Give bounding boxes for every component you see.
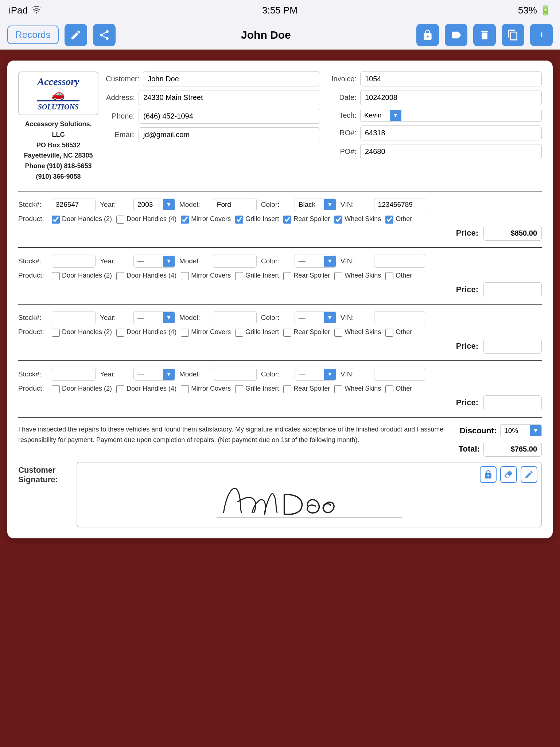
model-input-4[interactable]	[213, 368, 257, 381]
product-grille-2[interactable]: Grille Insert	[235, 271, 279, 280]
product-door2-checkbox-4[interactable]	[52, 385, 60, 393]
vin-input-4[interactable]	[374, 368, 425, 381]
product-door4-checkbox-2[interactable]	[116, 272, 124, 280]
year-arrow-icon-1[interactable]: ▼	[163, 199, 175, 210]
lock-button[interactable]	[416, 24, 439, 46]
discount-arrow-icon[interactable]: ▼	[530, 425, 541, 436]
product-door4-1[interactable]: Door Handles (4)	[116, 215, 176, 224]
product-mirror-1[interactable]: Mirror Covers	[181, 215, 231, 224]
product-door4-3[interactable]: Door Handles (4)	[116, 328, 176, 337]
product-wheel-checkbox-1[interactable]	[334, 216, 342, 224]
product-grille-1[interactable]: Grille Insert	[235, 215, 279, 224]
stock-input-1[interactable]	[52, 198, 96, 211]
total-input[interactable]	[483, 442, 542, 457]
vin-input-3[interactable]	[374, 311, 425, 324]
year-arrow-icon-3[interactable]: ▼	[163, 312, 175, 323]
product-mirror-checkbox-3[interactable]	[181, 329, 189, 337]
product-other-2[interactable]: Other	[385, 271, 412, 280]
product-mirror-checkbox-2[interactable]	[181, 272, 189, 280]
product-wheel-1[interactable]: Wheel Skins	[334, 215, 381, 224]
product-mirror-2[interactable]: Mirror Covers	[181, 271, 231, 280]
product-other-checkbox-1[interactable]	[385, 216, 393, 224]
records-button[interactable]: Records	[7, 26, 59, 44]
discount-dropdown[interactable]: 10% ▼	[500, 424, 542, 437]
price-input-4[interactable]	[483, 395, 542, 410]
product-mirror-checkbox-1[interactable]	[181, 216, 189, 224]
customer-input[interactable]	[143, 71, 320, 86]
year-dropdown-4[interactable]: — ▼	[133, 368, 175, 381]
product-other-checkbox-4[interactable]	[385, 385, 393, 393]
product-door2-1[interactable]: Door Handles (2)	[52, 215, 112, 224]
product-spoiler-checkbox-2[interactable]	[283, 272, 291, 280]
product-door2-checkbox-3[interactable]	[52, 329, 60, 337]
product-door2-checkbox-2[interactable]	[52, 272, 60, 280]
product-other-checkbox-3[interactable]	[385, 329, 393, 337]
edit-button[interactable]	[65, 24, 87, 46]
product-other-4[interactable]: Other	[385, 384, 412, 393]
color-arrow-icon-4[interactable]: ▼	[324, 369, 336, 380]
product-grille-3[interactable]: Grille Insert	[235, 328, 279, 337]
product-grille-checkbox-3[interactable]	[235, 329, 243, 337]
price-input-2[interactable]	[483, 282, 542, 297]
stock-input-2[interactable]	[52, 255, 96, 268]
product-spoiler-1[interactable]: Rear Spoiler	[283, 215, 330, 224]
product-other-1[interactable]: Other	[385, 215, 412, 224]
product-grille-checkbox-1[interactable]	[235, 216, 243, 224]
product-door4-checkbox-4[interactable]	[116, 385, 124, 393]
product-other-checkbox-2[interactable]	[385, 272, 393, 280]
product-grille-checkbox-4[interactable]	[235, 385, 243, 393]
product-grille-4[interactable]: Grille Insert	[235, 384, 279, 393]
color-dropdown-3[interactable]: — ▼	[295, 311, 336, 324]
share-button[interactable]	[93, 24, 116, 46]
model-input-1[interactable]	[213, 198, 257, 211]
trash-button[interactable]	[473, 24, 496, 46]
color-dropdown-2[interactable]: — ▼	[295, 255, 336, 268]
product-door4-checkbox-1[interactable]	[116, 216, 124, 224]
product-spoiler-checkbox-4[interactable]	[283, 385, 291, 393]
copy-button[interactable]	[502, 24, 524, 46]
phone-input[interactable]	[139, 109, 320, 124]
signature-box[interactable]	[77, 462, 542, 527]
invoice-input[interactable]	[360, 71, 542, 86]
price-input-3[interactable]	[483, 339, 542, 354]
product-door4-checkbox-3[interactable]	[116, 329, 124, 337]
product-door2-4[interactable]: Door Handles (2)	[52, 384, 112, 393]
ro-input[interactable]	[360, 125, 542, 140]
price-input-1[interactable]	[483, 226, 542, 241]
product-spoiler-2[interactable]: Rear Spoiler	[283, 271, 330, 280]
product-spoiler-4[interactable]: Rear Spoiler	[283, 384, 330, 393]
date-input[interactable]	[360, 90, 542, 105]
product-wheel-2[interactable]: Wheel Skins	[334, 271, 381, 280]
product-other-3[interactable]: Other	[385, 328, 412, 337]
product-wheel-checkbox-3[interactable]	[334, 329, 342, 337]
vin-input-2[interactable]	[374, 255, 425, 268]
color-arrow-icon-2[interactable]: ▼	[324, 256, 336, 267]
model-input-2[interactable]	[213, 255, 257, 268]
color-dropdown-4[interactable]: — ▼	[295, 368, 336, 381]
tech-arrow-icon[interactable]: ▼	[390, 110, 401, 121]
product-wheel-checkbox-4[interactable]	[334, 385, 342, 393]
add-button[interactable]: +	[530, 24, 553, 46]
year-dropdown-3[interactable]: — ▼	[133, 311, 175, 324]
product-mirror-checkbox-4[interactable]	[181, 385, 189, 393]
product-spoiler-checkbox-3[interactable]	[283, 329, 291, 337]
year-dropdown-1[interactable]: 2003 ▼	[133, 198, 175, 211]
product-spoiler-checkbox-1[interactable]	[283, 216, 291, 224]
year-dropdown-2[interactable]: — ▼	[133, 255, 175, 268]
product-door2-3[interactable]: Door Handles (2)	[52, 328, 112, 337]
email-input[interactable]	[139, 127, 320, 142]
color-arrow-icon-1[interactable]: ▼	[324, 199, 336, 210]
address-input[interactable]	[139, 90, 320, 105]
color-arrow-icon-3[interactable]: ▼	[324, 312, 336, 323]
tag-button[interactable]	[445, 24, 467, 46]
vin-input-1[interactable]	[374, 198, 425, 211]
color-dropdown-1[interactable]: Black ▼	[295, 198, 336, 211]
po-input[interactable]	[360, 144, 542, 159]
product-door4-2[interactable]: Door Handles (4)	[116, 271, 176, 280]
stock-input-4[interactable]	[52, 368, 96, 381]
product-mirror-4[interactable]: Mirror Covers	[181, 384, 231, 393]
stock-input-3[interactable]	[52, 311, 96, 324]
product-mirror-3[interactable]: Mirror Covers	[181, 328, 231, 337]
product-wheel-3[interactable]: Wheel Skins	[334, 328, 381, 337]
year-arrow-icon-2[interactable]: ▼	[163, 256, 175, 267]
